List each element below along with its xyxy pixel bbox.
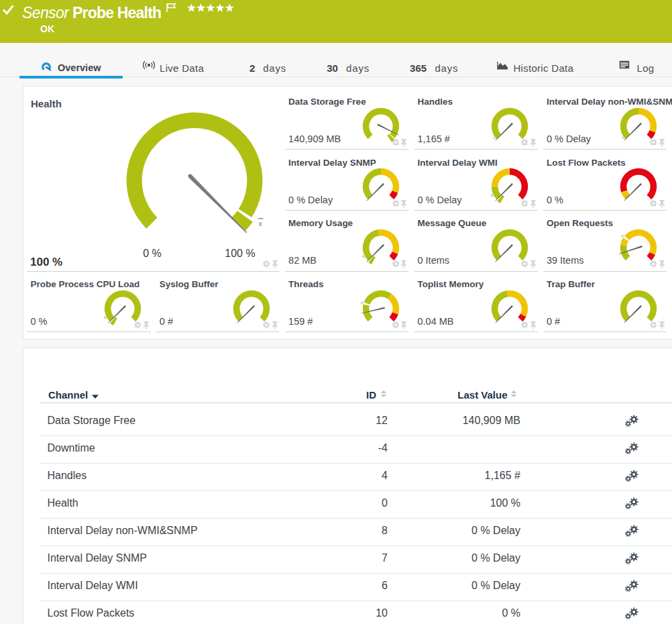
svg-text:x: x — [258, 219, 262, 227]
